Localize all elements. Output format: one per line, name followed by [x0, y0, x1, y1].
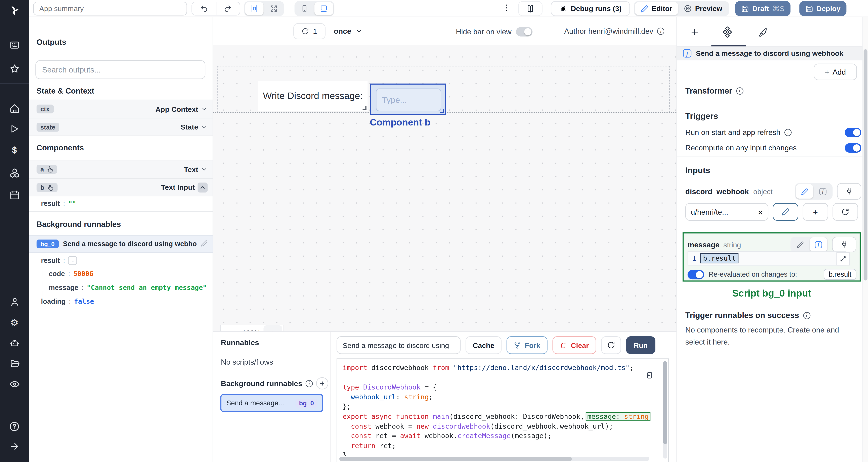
debug-runs-button[interactable]: Debug runs (3)	[551, 1, 630, 16]
add-background-runnable-button[interactable]: +	[316, 377, 328, 390]
connect-plug-button[interactable]	[837, 183, 861, 200]
text-component-a[interactable]: Write Discord message:	[258, 81, 368, 111]
undo-button[interactable]	[192, 2, 216, 15]
bg0-row[interactable]: bg_0 Send a message to discord using web…	[29, 235, 213, 253]
clear-x-icon[interactable]: ×	[758, 207, 763, 217]
chevron-down-icon[interactable]	[201, 166, 208, 173]
state-row[interactable]: state State	[29, 118, 213, 136]
b-result-row[interactable]: result: ""	[41, 200, 76, 208]
info-icon[interactable]: i	[657, 28, 664, 35]
settings-components-tab[interactable]	[719, 24, 736, 40]
variables-dollar-icon[interactable]: $	[0, 143, 29, 158]
edit-pencil-icon[interactable]	[201, 239, 208, 249]
static-pencil-button[interactable]	[792, 237, 809, 252]
edit-resource-pencil-button[interactable]	[773, 203, 798, 221]
zoom-in-button[interactable]: +	[264, 325, 282, 331]
users-person-icon[interactable]	[0, 294, 29, 309]
component-a-row[interactable]: a Text	[29, 160, 213, 178]
windmill-logo[interactable]	[0, 3, 29, 18]
refresh-resource-button[interactable]	[833, 203, 858, 221]
component-a-badge: a	[40, 166, 44, 173]
add-resource-button[interactable]: +	[803, 203, 828, 221]
clear-button[interactable]: Clear	[553, 336, 596, 354]
draft-save-button[interactable]: Draft ⌘S	[735, 1, 790, 16]
help-icon[interactable]	[0, 419, 29, 434]
refresh-count-button[interactable]: 1	[293, 23, 326, 39]
add-transformer-button[interactable]: + Add	[814, 64, 857, 80]
hide-bar-toggle[interactable]	[516, 27, 533, 37]
run-on-start-toggle[interactable]	[845, 128, 861, 137]
apps-icon[interactable]	[0, 37, 29, 53]
copy-code-icon[interactable]	[645, 371, 654, 382]
bg0-result-row[interactable]: result: -	[41, 256, 77, 265]
mobile-view-button[interactable]	[296, 2, 313, 15]
bg0-code-row: code: 50006	[49, 270, 93, 278]
favorites-star-icon[interactable]	[0, 61, 29, 76]
preview-tab[interactable]: Preview	[678, 2, 728, 15]
recompute-toggle[interactable]	[845, 143, 861, 153]
chevron-down-icon[interactable]	[201, 106, 208, 112]
zoom-out-button[interactable]: −	[221, 325, 240, 331]
info-icon[interactable]: i	[784, 129, 792, 136]
code-content[interactable]: import discordwebhook from "https://deno…	[343, 363, 658, 456]
runs-play-icon[interactable]	[0, 121, 29, 136]
chevron-up-icon[interactable]	[198, 182, 208, 192]
ctx-row[interactable]: ctx App Context	[29, 100, 213, 118]
eval-function-button[interactable]: f	[814, 184, 831, 199]
schedule-dropdown[interactable]: once	[334, 23, 362, 39]
schedules-calendar-icon[interactable]	[0, 187, 29, 202]
editor-tab[interactable]: Editor	[635, 2, 678, 15]
static-pencil-button[interactable]	[796, 184, 813, 199]
settings-gear-icon[interactable]: ⚙	[0, 315, 29, 330]
text-component-value: Write Discord message:	[263, 91, 363, 102]
app-summary-input[interactable]	[33, 2, 187, 15]
center-align-button[interactable]	[245, 2, 264, 15]
selected-textinput-component-b[interactable]: Type...	[370, 84, 446, 115]
deploy-button[interactable]: Deploy	[799, 1, 846, 16]
bg0-runnable-item[interactable]: Send a message... bg_0	[220, 394, 323, 412]
docs-book-button[interactable]	[518, 1, 542, 16]
insert-component-tab[interactable]	[686, 24, 703, 40]
code-line: type DiscordWebhook = {	[343, 383, 658, 393]
code-editor-area[interactable]: import discordwebhook from "https://deno…	[337, 358, 669, 462]
collapse-result-button[interactable]: -	[68, 256, 77, 265]
resize-handle[interactable]	[440, 109, 444, 113]
expand-editor-button[interactable]	[836, 252, 850, 265]
code-horizontal-scrollbar[interactable]	[339, 457, 649, 461]
folders-icon[interactable]	[0, 356, 29, 371]
workers-robot-icon[interactable]	[0, 335, 29, 351]
script-input-annotation: Script bg_0 input	[677, 288, 866, 299]
audit-eye-icon[interactable]	[0, 376, 29, 392]
app-canvas[interactable]: Write Discord message: Type... Component…	[213, 45, 677, 331]
fork-button[interactable]: Fork	[506, 336, 548, 354]
cache-button[interactable]: Cache	[466, 336, 501, 354]
home-icon[interactable]	[0, 101, 29, 116]
info-icon[interactable]: i	[306, 380, 313, 387]
expression-value[interactable]: b.result	[700, 253, 739, 263]
reevaluate-toggle[interactable]	[688, 270, 704, 279]
resize-handle[interactable]	[363, 106, 367, 110]
panel-scrollbar[interactable]	[862, 17, 868, 462]
full-width-button[interactable]	[265, 2, 283, 15]
resources-cubes-icon[interactable]	[0, 165, 29, 180]
connect-plug-button[interactable]	[832, 237, 856, 252]
resource-value-input[interactable]: u/henri/te... ×	[685, 203, 768, 221]
chevron-down-icon[interactable]	[201, 124, 208, 130]
code-vertical-scrollbar[interactable]	[663, 361, 667, 459]
reload-button[interactable]	[601, 336, 621, 354]
eval-function-button[interactable]: f	[810, 237, 827, 252]
more-menu-kebab-icon[interactable]: ⋮	[501, 3, 512, 13]
component-b-row[interactable]: b Text Input	[29, 178, 213, 196]
expression-editor[interactable]: 1 b.result	[688, 251, 846, 266]
info-icon[interactable]: i	[736, 87, 743, 94]
expand-sidebar-arrow-icon[interactable]	[0, 439, 29, 454]
styling-brush-tab[interactable]	[754, 24, 771, 40]
script-name-input[interactable]	[337, 336, 461, 354]
text-input-field[interactable]: Type...	[376, 89, 441, 111]
redo-button[interactable]	[216, 2, 240, 15]
run-button[interactable]: Run	[626, 336, 655, 354]
desktop-view-button[interactable]	[314, 2, 333, 15]
info-icon[interactable]: i	[803, 311, 810, 319]
search-outputs-input[interactable]	[35, 60, 205, 79]
reevaluate-target-badge[interactable]: b.result	[824, 269, 857, 280]
